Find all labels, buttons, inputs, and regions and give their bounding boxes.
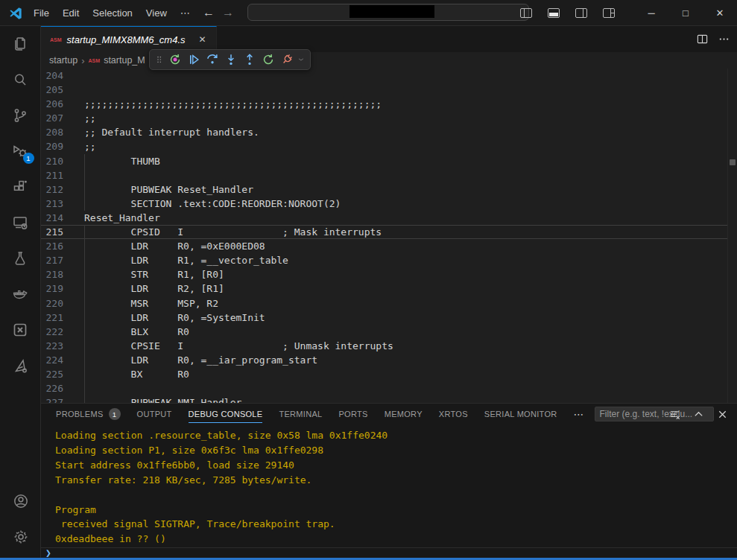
window-close-button[interactable]: ✕: [703, 0, 737, 25]
toggle-panel-icon[interactable]: [548, 8, 560, 18]
code-line[interactable]: 218 STR R1, [R0]: [41, 267, 727, 281]
line-number[interactable]: 208: [41, 125, 63, 139]
editor-scrollbar[interactable]: [727, 69, 737, 403]
window-maximize-button[interactable]: □: [668, 0, 703, 25]
panel-more-tabs-icon[interactable]: ⋯: [574, 408, 584, 420]
activity-item-account[interactable]: [0, 483, 41, 519]
close-panel-button[interactable]: [717, 409, 728, 420]
clear-console-button[interactable]: [669, 409, 680, 420]
toolbar-gripper[interactable]: [154, 51, 165, 69]
split-editor-icon[interactable]: [697, 34, 708, 45]
menu-view[interactable]: View: [139, 4, 174, 22]
activity-item-mcuxpresso[interactable]: [0, 348, 41, 384]
code-editor[interactable]: 204205206;;;;;;;;;;;;;;;;;;;;;;;;;;;;;;;…: [41, 69, 737, 403]
debug-step-out-button[interactable]: [240, 51, 259, 69]
line-number[interactable]: 205: [41, 83, 63, 97]
line-number[interactable]: 216: [41, 239, 63, 253]
line-number[interactable]: 223: [41, 339, 63, 353]
menu-selection[interactable]: Selection: [86, 4, 139, 22]
line-number[interactable]: 211: [41, 168, 63, 182]
activity-item-docker[interactable]: [0, 276, 41, 312]
line-number[interactable]: 215: [41, 225, 63, 239]
activity-item-run-and-debug[interactable]: 1: [0, 133, 41, 169]
line-number[interactable]: 206: [41, 97, 63, 111]
menu-[interactable]: ⋯: [174, 4, 197, 22]
code-line[interactable]: 208;; Default interrupt handlers.: [41, 125, 727, 139]
code-line[interactable]: 205: [41, 83, 727, 97]
code-line[interactable]: 204: [41, 69, 727, 83]
debug-reset-button[interactable]: [165, 51, 184, 69]
debug-continue-button[interactable]: [184, 51, 203, 69]
code-line[interactable]: 206;;;;;;;;;;;;;;;;;;;;;;;;;;;;;;;;;;;;;…: [41, 97, 727, 111]
code-line[interactable]: 217 LDR R1, =__vector_table: [41, 253, 727, 267]
code-line[interactable]: 223 CPSIE I ; Unmask interrupts: [41, 339, 727, 353]
code-line[interactable]: 221 LDR R0, =SystemInit: [41, 311, 727, 325]
more-actions-icon[interactable]: [718, 34, 730, 45]
line-number[interactable]: 217: [41, 253, 63, 267]
toggle-primary-sidebar-icon[interactable]: [520, 8, 532, 18]
debug-step-over-button[interactable]: [203, 51, 221, 69]
code-line[interactable]: 209;;: [41, 139, 727, 153]
code-line[interactable]: 224 LDR R0, =__iar_program_start: [41, 353, 727, 367]
line-number[interactable]: 222: [41, 325, 63, 339]
line-number[interactable]: 212: [41, 182, 63, 197]
line-number[interactable]: 214: [41, 211, 63, 225]
code-line[interactable]: 211: [41, 168, 727, 182]
debug-chevron-down-button[interactable]: [296, 51, 306, 69]
line-number[interactable]: 210: [41, 154, 63, 168]
panel-tab-memory[interactable]: MEMORY: [385, 404, 423, 424]
line-number[interactable]: 219: [41, 281, 63, 296]
nav-back-icon[interactable]: ←: [203, 6, 215, 19]
tab-startup-asm[interactable]: ASM startup_MIMX8MM6_cm4.s ✕: [41, 26, 217, 52]
code-line[interactable]: 226: [41, 381, 727, 395]
line-number[interactable]: 204: [41, 69, 63, 83]
panel-tab-output[interactable]: OUTPUT: [137, 404, 172, 424]
panel-tab-serial-monitor[interactable]: SERIAL MONITOR: [484, 404, 557, 424]
code-line[interactable]: 216 LDR R0, =0xE000ED08: [41, 239, 727, 253]
line-number[interactable]: 209: [41, 139, 63, 153]
panel-tab-ports[interactable]: PORTS: [338, 404, 367, 424]
code-line[interactable]: 207;;: [41, 111, 727, 125]
debug-step-into-button[interactable]: [221, 51, 240, 69]
code-line[interactable]: 213 SECTION .text:CODE:REORDER:NOROOT(2): [41, 197, 727, 211]
toggle-secondary-sidebar-icon[interactable]: [575, 8, 587, 18]
activity-item-test-beaker[interactable]: [0, 241, 41, 276]
activity-item-search[interactable]: [0, 62, 41, 98]
debug-disconnect-button[interactable]: [277, 51, 296, 69]
debug-restart-button[interactable]: [259, 51, 277, 69]
line-number[interactable]: 213: [41, 197, 63, 211]
tab-close-icon[interactable]: ✕: [197, 34, 209, 45]
line-number[interactable]: 225: [41, 367, 63, 381]
code-line[interactable]: 219 LDR R2, [R1]: [41, 281, 727, 296]
code-line[interactable]: 222 BLX R0: [41, 325, 727, 339]
panel-tab-xrtos[interactable]: XRTOS: [439, 404, 468, 424]
debug-console-input[interactable]: ❯: [41, 547, 737, 558]
breadcrumb-folder[interactable]: startup: [49, 55, 78, 66]
panel-tab-debug-console[interactable]: DEBUG CONSOLE: [189, 404, 263, 424]
breadcrumb-file[interactable]: startup_M: [104, 55, 145, 66]
line-number[interactable]: 226: [41, 381, 63, 395]
line-number[interactable]: 220: [41, 296, 63, 311]
code-line[interactable]: 225 BX R0: [41, 367, 727, 381]
menu-edit[interactable]: Edit: [56, 4, 86, 22]
activity-item-source-control[interactable]: [0, 98, 41, 133]
code-line[interactable]: 212 PUBWEAK Reset_Handler: [41, 182, 727, 197]
command-center-search[interactable]: [247, 4, 529, 21]
activity-item-remote-explorer[interactable]: [0, 205, 41, 241]
customize-layout-icon[interactable]: [603, 8, 615, 18]
code-line[interactable]: 220 MSR MSP, R2: [41, 296, 727, 311]
maximize-panel-button[interactable]: [693, 409, 704, 420]
line-number[interactable]: 221: [41, 311, 63, 325]
activity-item-explorer-files[interactable]: [0, 26, 41, 62]
line-number[interactable]: 218: [41, 267, 63, 281]
window-minimize-button[interactable]: ─: [634, 0, 668, 25]
menu-file[interactable]: File: [27, 4, 56, 22]
code-line[interactable]: 215 CPSID I ; Mask interrupts: [41, 225, 727, 239]
line-number[interactable]: 224: [41, 353, 63, 367]
nav-forward-icon[interactable]: →: [222, 6, 234, 19]
code-line[interactable]: 210 THUMB: [41, 154, 727, 168]
code-line[interactable]: 214Reset_Handler: [41, 211, 727, 225]
activity-item-extensions[interactable]: [0, 169, 41, 205]
panel-tab-problems[interactable]: PROBLEMS1: [56, 404, 121, 424]
line-number[interactable]: 227: [41, 395, 63, 403]
